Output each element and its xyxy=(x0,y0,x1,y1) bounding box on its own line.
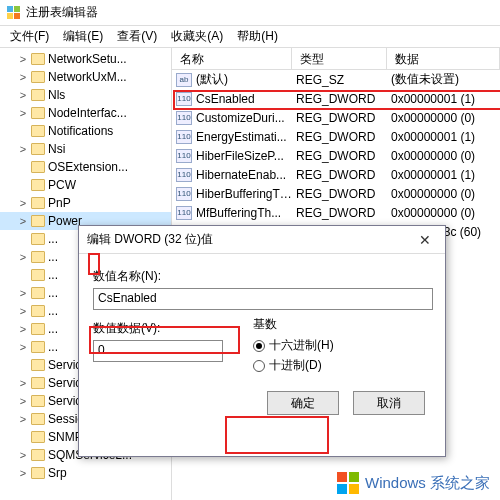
tree-item[interactable]: >NetworkSetu... xyxy=(0,50,171,68)
ok-button[interactable]: 确定 xyxy=(267,391,339,415)
expand-icon[interactable]: > xyxy=(18,71,28,83)
folder-icon xyxy=(31,305,45,317)
windows-logo-icon xyxy=(337,472,359,494)
tree-label: NodeInterfac... xyxy=(48,106,127,120)
menu-fav[interactable]: 收藏夹(A) xyxy=(165,26,229,47)
expand-icon[interactable]: > xyxy=(18,305,28,317)
value-data: 0x00000000 (0) xyxy=(391,111,500,125)
value-type: REG_SZ xyxy=(296,73,391,87)
close-icon[interactable]: ✕ xyxy=(413,232,437,248)
list-header: 名称 类型 数据 xyxy=(172,48,500,70)
menu-view[interactable]: 查看(V) xyxy=(111,26,163,47)
value-icon: 110 xyxy=(176,206,192,220)
list-row[interactable]: 110HiberFileSizeP...REG_DWORD0x00000000 … xyxy=(172,146,500,165)
expand-icon[interactable]: > xyxy=(18,323,28,335)
folder-icon xyxy=(31,179,45,191)
tree-item[interactable]: >Nls xyxy=(0,86,171,104)
folder-icon xyxy=(31,251,45,263)
expand-icon[interactable]: > xyxy=(18,341,28,353)
folder-icon xyxy=(31,467,45,479)
menu-edit[interactable]: 编辑(E) xyxy=(57,26,109,47)
value-data: (数值未设置) xyxy=(391,71,500,88)
tree-item[interactable]: Notifications xyxy=(0,122,171,140)
expand-icon[interactable]: > xyxy=(18,89,28,101)
value-data: 0x00000001 (1) xyxy=(391,130,500,144)
folder-icon xyxy=(31,341,45,353)
radio-icon xyxy=(253,360,265,372)
value-type: REG_DWORD xyxy=(296,149,391,163)
value-type: REG_DWORD xyxy=(296,206,391,220)
value-name: (默认) xyxy=(196,71,296,88)
edit-dword-dialog: 编辑 DWORD (32 位)值 ✕ 数值名称(N): CsEnabled 数值… xyxy=(78,225,446,457)
value-icon: 110 xyxy=(176,111,192,125)
list-row[interactable]: 110EnergyEstimati...REG_DWORD0x00000001 … xyxy=(172,127,500,146)
expand-icon[interactable]: > xyxy=(18,53,28,65)
expand-icon[interactable]: > xyxy=(18,395,28,407)
folder-icon xyxy=(31,359,45,371)
folder-icon xyxy=(31,125,45,137)
folder-icon xyxy=(31,287,45,299)
value-name: HiberFileSizeP... xyxy=(196,149,296,163)
radio-dec[interactable]: 十进制(D) xyxy=(253,357,334,374)
value-data: 0x00000000 (0) xyxy=(391,206,500,220)
list-row[interactable]: 110MfBufferingTh...REG_DWORD0x00000000 (… xyxy=(172,203,500,222)
data-input[interactable]: 0 xyxy=(93,340,223,362)
tree-label: PCW xyxy=(48,178,76,192)
dialog-titlebar[interactable]: 编辑 DWORD (32 位)值 ✕ xyxy=(79,226,445,254)
folder-icon xyxy=(31,323,45,335)
tree-label: ... xyxy=(48,232,58,246)
tree-item[interactable]: >Srp xyxy=(0,464,171,482)
radio-hex[interactable]: 十六进制(H) xyxy=(253,337,334,354)
tree-item[interactable]: >NodeInterfac... xyxy=(0,104,171,122)
tree-item[interactable]: OSExtension... xyxy=(0,158,171,176)
expand-icon[interactable]: > xyxy=(18,413,28,425)
folder-icon xyxy=(31,215,45,227)
tree-label: Nls xyxy=(48,88,65,102)
value-data: 0x00000000 (0) xyxy=(391,149,500,163)
col-type[interactable]: 类型 xyxy=(292,48,387,69)
list-row[interactable]: 110HibernateEnab...REG_DWORD0x00000001 (… xyxy=(172,165,500,184)
list-row[interactable]: ab(默认)REG_SZ(数值未设置) xyxy=(172,70,500,89)
value-type: REG_DWORD xyxy=(296,92,391,106)
value-name: CustomizeDuri... xyxy=(196,111,296,125)
tree-item[interactable]: >PnP xyxy=(0,194,171,212)
value-type: REG_DWORD xyxy=(296,130,391,144)
menu-file[interactable]: 文件(F) xyxy=(4,26,55,47)
col-data[interactable]: 数据 xyxy=(387,48,500,69)
expand-icon[interactable]: > xyxy=(18,449,28,461)
value-icon: ab xyxy=(176,73,192,87)
expand-icon[interactable]: > xyxy=(18,251,28,263)
menubar: 文件(F) 编辑(E) 查看(V) 收藏夹(A) 帮助(H) xyxy=(0,26,500,48)
list-row[interactable]: 110HiberBufferingTh...REG_DWORD0x0000000… xyxy=(172,184,500,203)
expand-icon[interactable]: > xyxy=(18,107,28,119)
list-row[interactable]: 110CustomizeDuri...REG_DWORD0x00000000 (… xyxy=(172,108,500,127)
tree-label: Notifications xyxy=(48,124,113,138)
tree-label: Power xyxy=(48,214,82,228)
value-name: MfBufferingTh... xyxy=(196,206,296,220)
list-row[interactable]: 110CsEnabledREG_DWORD0x00000001 (1) xyxy=(172,89,500,108)
value-data: 0x00000001 (1) xyxy=(391,168,500,182)
watermark-text: Windows 系统之家 xyxy=(365,474,490,493)
expand-icon[interactable]: > xyxy=(18,143,28,155)
col-name[interactable]: 名称 xyxy=(172,48,292,69)
value-icon: 110 xyxy=(176,168,192,182)
menu-help[interactable]: 帮助(H) xyxy=(231,26,284,47)
folder-icon xyxy=(31,449,45,461)
cancel-button[interactable]: 取消 xyxy=(353,391,425,415)
expand-icon[interactable]: > xyxy=(18,287,28,299)
value-name: HibernateEnab... xyxy=(196,168,296,182)
name-input[interactable]: CsEnabled xyxy=(93,288,433,310)
tree-item[interactable]: PCW xyxy=(0,176,171,194)
window-title: 注册表编辑器 xyxy=(26,4,98,21)
value-name: CsEnabled xyxy=(196,92,296,106)
expand-icon[interactable]: > xyxy=(18,467,28,479)
expand-icon[interactable]: > xyxy=(18,197,28,209)
expand-icon[interactable]: > xyxy=(18,377,28,389)
tree-item[interactable]: >Nsi xyxy=(0,140,171,158)
folder-icon xyxy=(31,269,45,281)
folder-icon xyxy=(31,395,45,407)
tree-item[interactable]: >NetworkUxM... xyxy=(0,68,171,86)
base-legend: 基数 xyxy=(253,316,334,333)
tree-label: ... xyxy=(48,268,58,282)
expand-icon[interactable]: > xyxy=(18,215,28,227)
